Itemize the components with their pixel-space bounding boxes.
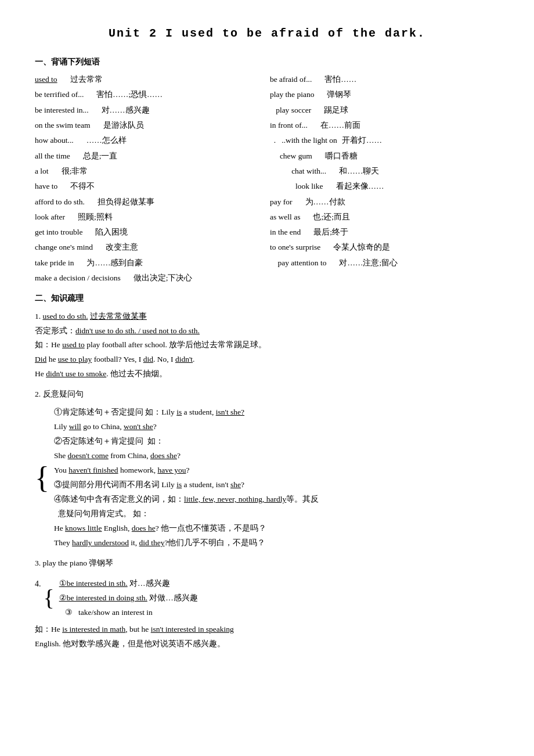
list-item: chew gum 嚼口香糖	[270, 149, 499, 163]
list-item: used to 过去常常	[35, 73, 264, 87]
list-item: to one's surprise 令某人惊奇的是	[270, 240, 499, 254]
brace-icon: {	[35, 405, 49, 550]
list-item: a lot 很;非常	[35, 164, 264, 178]
list-item: be terrified of... 害怕……;恐惧……	[35, 88, 264, 102]
knowledge-item-1: 1. used to do sth. 过去常常做某事 否定形式：didn't u…	[35, 309, 499, 382]
list-item: all the time 总是;一直	[35, 149, 264, 163]
list-item: in front of... 在……前面	[270, 118, 499, 132]
section2-header: 二、知识疏理	[35, 291, 499, 305]
list-item: play the piano 弹钢琴	[270, 88, 499, 102]
list-item: pay attention to 对……注意;留心	[270, 256, 499, 270]
list-item: pay for 为……付款	[270, 195, 499, 209]
list-item: get into trouble 陷入困境	[35, 225, 264, 239]
brace-block-4: { ①be interested in sth. 对…感兴趣 ②be inter…	[44, 577, 198, 620]
list-item: look like 看起来像……	[270, 179, 499, 193]
list-item: have to 不得不	[35, 179, 264, 193]
list-item: make a decision / decisions 做出决定;下决心	[35, 271, 499, 285]
knowledge-item-4: 4. { ①be interested in sth. 对…感兴趣 ②be in…	[35, 577, 499, 651]
vocab-grid: used to 过去常常 be afraid of... 害怕…… be ter…	[35, 73, 499, 285]
list-item: play soccer 踢足球	[270, 103, 499, 117]
list-item: . ..with the light on开着灯……	[270, 134, 499, 147]
list-item: be interested in... 对……感兴趣	[35, 103, 264, 117]
list-item: take pride in 为……感到自豪	[35, 256, 264, 270]
section1-header: 一、背诵下列短语	[35, 55, 499, 69]
list-item: look after 照顾;照料	[35, 210, 264, 224]
brace-block-2: { ①肯定陈述句＋否定提问 如：Lily is a student, isn't…	[35, 405, 499, 550]
list-item: change one's mind 改变主意	[35, 240, 264, 254]
list-item: be afraid of... 害怕……	[270, 73, 499, 87]
list-item: in the end 最后;终于	[270, 225, 499, 239]
list-item: chat with... 和……聊天	[270, 164, 499, 178]
knowledge-item-2: 2. 反意疑问句 { ①肯定陈述句＋否定提问 如：Lily is a stude…	[35, 387, 499, 550]
brace-icon: {	[44, 577, 55, 620]
list-item: on the swim team 是游泳队员	[35, 118, 264, 132]
list-item: how about... ……怎么样	[35, 134, 264, 147]
list-item: as well as 也;还;而且	[270, 210, 499, 224]
list-item: afford to do sth. 担负得起做某事	[35, 195, 264, 209]
knowledge-item-3: 3. play the piano 弹钢琴	[35, 556, 499, 571]
page-title: Unit 2 I used to be afraid of the dark.	[35, 23, 499, 44]
page-container: Unit 2 I used to be afraid of the dark. …	[35, 23, 499, 651]
